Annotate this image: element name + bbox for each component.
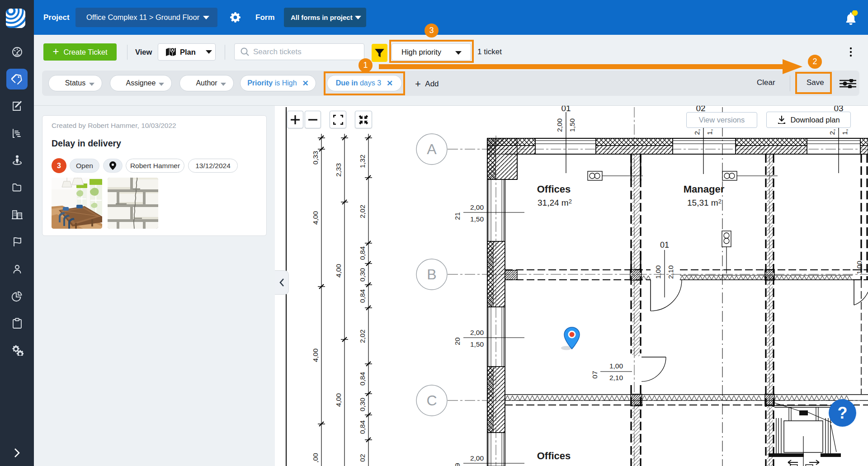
svg-text:0,33: 0,33: [311, 151, 319, 165]
svg-text:0,84: 0,84: [359, 289, 366, 303]
svg-text:0,30: 0,30: [359, 398, 366, 412]
svg-text:,00: ,00: [311, 453, 319, 463]
svg-text:2,: 2,: [828, 129, 836, 135]
svg-text:1,32: 1,32: [359, 155, 366, 168]
svg-text:1,50: 1,50: [568, 118, 576, 132]
svg-text:02: 02: [359, 454, 366, 461]
svg-text:B: B: [427, 266, 436, 282]
svg-text:2,00: 2,00: [470, 329, 484, 336]
svg-text:1,50: 1,50: [470, 215, 484, 223]
svg-text:15,31 m2: 15,31 m2: [687, 198, 722, 207]
svg-text:21: 21: [453, 212, 461, 220]
svg-text:2,33: 2,33: [335, 163, 342, 177]
svg-text:1,00: 1,00: [654, 265, 662, 279]
svg-text:2,02: 2,02: [359, 329, 366, 343]
svg-text:Offices: Offices: [537, 184, 571, 195]
svg-text:2,02: 2,02: [359, 205, 366, 218]
svg-text:1,00: 1,00: [609, 362, 623, 370]
svg-text:0,84: 0,84: [359, 246, 366, 260]
svg-text:1,: 1,: [841, 129, 849, 135]
svg-text:20: 20: [453, 337, 461, 345]
svg-text:2,00: 2,00: [470, 454, 484, 462]
svg-text:0,84: 0,84: [359, 372, 366, 386]
svg-text:01: 01: [561, 106, 571, 113]
svg-text:0,30: 0,30: [359, 268, 366, 282]
svg-text:31,24 m2: 31,24 m2: [538, 198, 572, 207]
svg-text:1,: 1,: [706, 129, 713, 135]
svg-text:Manager: Manager: [684, 184, 725, 195]
svg-text:1,50: 1,50: [470, 340, 484, 348]
svg-text:2,00: 2,00: [470, 203, 484, 211]
svg-text:A: A: [427, 141, 437, 157]
svg-text:01: 01: [660, 240, 669, 249]
svg-text:4,00: 4,00: [335, 264, 342, 278]
svg-text:2,10: 2,10: [609, 374, 623, 381]
svg-text:4,00: 4,00: [335, 393, 342, 407]
svg-text:C: C: [426, 392, 437, 409]
svg-text:0,84: 0,84: [359, 420, 366, 434]
svg-text:4,00: 4,00: [311, 348, 319, 362]
svg-text:07: 07: [591, 371, 599, 378]
svg-text:4,00: 4,00: [311, 211, 319, 225]
svg-text:2,: 2,: [693, 129, 701, 135]
svg-text:2,00: 2,00: [556, 118, 563, 132]
svg-text:19: 19: [453, 463, 461, 466]
svg-text:2,10: 2,10: [667, 265, 675, 279]
svg-text:Offices: Offices: [537, 450, 571, 461]
svg-text:1,00: 1,00: [855, 261, 863, 275]
